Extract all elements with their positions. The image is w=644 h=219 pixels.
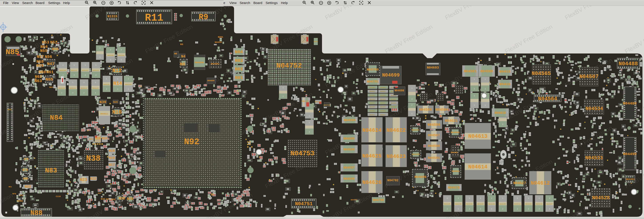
svg-text:N04625: N04625 xyxy=(362,153,382,159)
svg-text:N04721: N04721 xyxy=(315,101,321,103)
svg-text:N37: N37 xyxy=(101,198,105,200)
svg-text:N04102: N04102 xyxy=(82,69,88,71)
svg-text:N88: N88 xyxy=(30,209,42,217)
svg-text:N04489: N04489 xyxy=(623,101,636,106)
svg-text:N7: N7 xyxy=(211,193,214,196)
svg-text:N04101: N04101 xyxy=(71,69,78,71)
svg-text:2: 2 xyxy=(342,148,342,150)
svg-text:N04585: N04585 xyxy=(419,108,432,112)
svg-text:2: 2 xyxy=(62,74,64,76)
svg-text:N04700: N04700 xyxy=(367,68,379,72)
svg-text:N04657: N04657 xyxy=(370,114,375,116)
svg-text:N18: N18 xyxy=(109,149,115,153)
svg-text:N04110: N04110 xyxy=(536,203,542,205)
svg-text:2: 2 xyxy=(83,92,84,94)
svg-text:N04146: N04146 xyxy=(500,203,506,205)
svg-text:1: 1 xyxy=(507,111,508,113)
svg-text:1: 1 xyxy=(474,104,475,107)
svg-text:N55: N55 xyxy=(40,49,47,53)
svg-text:N04627: N04627 xyxy=(513,181,526,185)
svg-text:FlexBV Free Edition: FlexBV Free Edition xyxy=(504,23,554,55)
svg-text:N04654: N04654 xyxy=(390,102,396,104)
svg-text:N04612: N04612 xyxy=(531,180,550,186)
svg-text:N04621: N04621 xyxy=(445,119,458,123)
svg-text:N81: N81 xyxy=(9,186,12,188)
svg-text:N04653: N04653 xyxy=(390,99,396,100)
svg-text:N14: N14 xyxy=(113,81,122,86)
svg-text:N92: N92 xyxy=(184,137,199,147)
svg-text:1: 1 xyxy=(356,177,357,179)
svg-text:N04657: N04657 xyxy=(380,114,386,116)
svg-text:1: 1 xyxy=(484,78,486,81)
svg-text:1: 1 xyxy=(95,64,96,66)
svg-text:N04615: N04615 xyxy=(500,70,510,73)
svg-text:N59: N59 xyxy=(36,63,44,68)
svg-text:1: 1 xyxy=(469,197,470,200)
svg-text:N04682: N04682 xyxy=(451,152,458,154)
svg-text:1: 1 xyxy=(243,67,244,69)
svg-text:1: 1 xyxy=(309,122,310,124)
svg-text:N04653: N04653 xyxy=(380,99,386,100)
svg-text:N78: N78 xyxy=(24,158,29,161)
svg-text:N04623: N04623 xyxy=(386,154,406,160)
svg-text:1: 1 xyxy=(84,64,86,66)
svg-text:1: 1 xyxy=(309,115,310,117)
svg-text:N04105: N04105 xyxy=(108,54,114,56)
svg-text:2: 2 xyxy=(234,50,235,52)
svg-text:FlexBV Free Edition: FlexBV Free Edition xyxy=(384,23,434,55)
svg-text:2: 2 xyxy=(446,208,448,210)
svg-text:N04895: N04895 xyxy=(208,80,214,82)
svg-text:1: 1 xyxy=(538,197,540,200)
svg-text:1: 1 xyxy=(99,56,100,58)
svg-text:2: 2 xyxy=(493,111,494,113)
svg-text:N6: N6 xyxy=(180,62,185,67)
svg-text:N04581: N04581 xyxy=(464,69,477,73)
svg-text:N56: N56 xyxy=(45,55,52,59)
svg-text:1: 1 xyxy=(480,197,481,200)
svg-text:N85: N85 xyxy=(6,48,19,56)
svg-text:FlexBV Free Edition: FlexBV Free Edition xyxy=(624,23,644,55)
svg-text:N04162: N04162 xyxy=(526,203,532,205)
svg-text:2: 2 xyxy=(342,166,342,168)
svg-text:N04653: N04653 xyxy=(370,99,375,100)
svg-text:N63: N63 xyxy=(35,79,42,83)
svg-text:2: 2 xyxy=(480,208,481,210)
svg-text:N04651: N04651 xyxy=(380,91,386,92)
svg-text:N4: N4 xyxy=(181,55,186,59)
svg-text:N17: N17 xyxy=(109,163,115,167)
svg-text:N39: N39 xyxy=(100,100,106,104)
svg-text:2: 2 xyxy=(61,92,62,94)
svg-text:N04681: N04681 xyxy=(452,170,460,173)
svg-text:N3: N3 xyxy=(180,43,183,46)
svg-text:2: 2 xyxy=(411,104,412,106)
svg-text:2: 2 xyxy=(502,123,503,126)
svg-text:1: 1 xyxy=(120,59,122,61)
svg-text:N04196: N04196 xyxy=(488,203,495,205)
svg-text:C118: C118 xyxy=(56,196,60,198)
svg-text:N61: N61 xyxy=(46,70,54,74)
svg-text:N04752: N04752 xyxy=(276,62,302,70)
svg-text:N01: N01 xyxy=(235,75,243,80)
svg-text:N04722: N04722 xyxy=(302,100,309,103)
svg-text:N04103: N04103 xyxy=(93,69,99,71)
svg-text:N82: N82 xyxy=(25,185,31,189)
svg-text:N46: N46 xyxy=(52,47,59,51)
svg-text:1: 1 xyxy=(95,81,96,84)
svg-text:N79: N79 xyxy=(22,168,28,172)
svg-text:N04112: N04112 xyxy=(81,87,87,89)
svg-text:1: 1 xyxy=(243,59,244,61)
svg-text:N80: N80 xyxy=(23,177,28,180)
svg-text:N04896: N04896 xyxy=(195,61,204,64)
svg-text:2: 2 xyxy=(95,74,96,76)
svg-text:N04622: N04622 xyxy=(386,127,406,133)
svg-text:2: 2 xyxy=(528,208,529,210)
svg-text:N54: N54 xyxy=(40,45,48,49)
svg-text:2: 2 xyxy=(549,197,550,200)
svg-text:N16: N16 xyxy=(112,109,122,115)
svg-text:N04112: N04112 xyxy=(514,203,521,205)
svg-text:N202: N202 xyxy=(17,200,23,202)
svg-text:1: 1 xyxy=(106,78,107,80)
svg-text:N84: N84 xyxy=(50,114,62,122)
svg-text:N04655: N04655 xyxy=(390,106,396,108)
svg-text:N04694: N04694 xyxy=(412,129,420,131)
